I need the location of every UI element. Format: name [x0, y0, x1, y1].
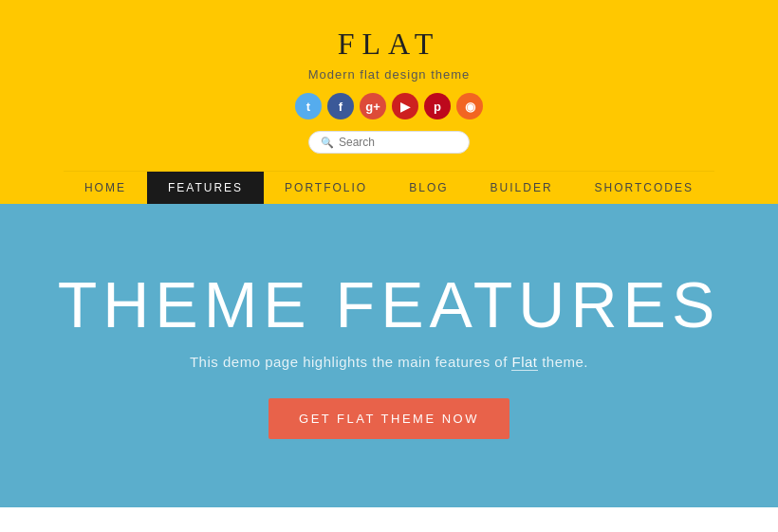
search-bar: 🔍 — [308, 131, 470, 154]
header: FLAT Modern flat design theme t f g+ ▶ p… — [0, 0, 778, 204]
site-wrapper: FLAT Modern flat design theme t f g+ ▶ p… — [0, 0, 778, 507]
hero-subtitle-before: This demo page highlights the main featu… — [190, 354, 512, 370]
youtube-icon[interactable]: ▶ — [392, 93, 418, 119]
hero-subtitle-after: theme. — [538, 354, 589, 370]
pinterest-icon[interactable]: p — [424, 93, 451, 119]
hero-subtitle: This demo page highlights the main featu… — [190, 354, 588, 370]
hero-title: THEME FEATURES — [58, 272, 721, 337]
rss-icon[interactable]: ◉ — [456, 93, 483, 119]
search-icon: 🔍 — [321, 137, 334, 149]
cta-button[interactable]: GET FLAT THEME NOW — [269, 398, 509, 439]
main-nav: HOME FEATURES PORTFOLIO BLOG BUILDER SHO… — [64, 171, 714, 204]
social-icons-bar: t f g+ ▶ p ◉ — [295, 93, 483, 119]
facebook-icon[interactable]: f — [327, 93, 354, 119]
nav-item-features[interactable]: FEATURES — [147, 172, 264, 204]
hero-subtitle-link[interactable]: Flat — [511, 354, 537, 371]
nav-item-shortcodes[interactable]: SHORTCODES — [574, 172, 714, 204]
hero-section: THEME FEATURES This demo page highlights… — [0, 204, 778, 507]
site-subtitle: Modern flat design theme — [308, 67, 471, 82]
nav-item-portfolio[interactable]: PORTFOLIO — [264, 172, 388, 204]
nav-item-home[interactable]: HOME — [64, 172, 147, 204]
search-input[interactable] — [339, 136, 453, 149]
nav-item-builder[interactable]: BUILDER — [470, 172, 574, 204]
twitter-icon[interactable]: t — [295, 93, 322, 119]
nav-item-blog[interactable]: BLOG — [388, 172, 469, 204]
google-icon[interactable]: g+ — [360, 93, 386, 119]
site-title: FLAT — [338, 27, 440, 62]
